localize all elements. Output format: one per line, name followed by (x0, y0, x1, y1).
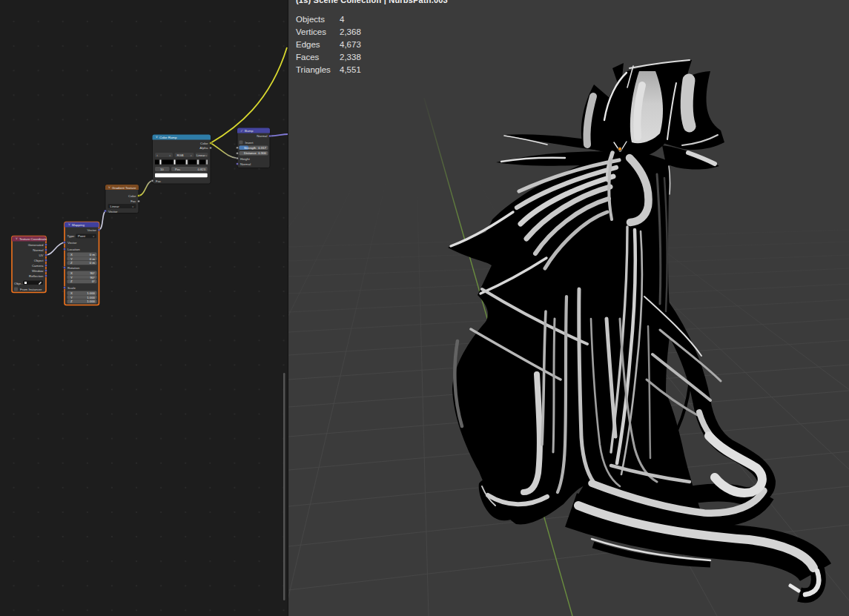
svg-text:Height: Height (240, 157, 250, 161)
svg-text:Color Ramp: Color Ramp (159, 136, 177, 139)
svg-text:90°: 90° (90, 276, 96, 279)
svg-text:0.317: 0.317 (258, 146, 266, 150)
svg-text:Distance: Distance (244, 151, 257, 155)
svg-text:Rotation: Rotation (67, 266, 80, 270)
svg-text:RGB: RGB (177, 153, 184, 157)
svg-text:˅: ˅ (108, 186, 110, 190)
svg-text:Y: Y (70, 257, 73, 261)
svg-text:Linear: Linear (196, 153, 205, 157)
svg-text:1.000: 1.000 (87, 299, 95, 303)
svg-text:˅: ˅ (16, 237, 18, 241)
svg-text:Obje...: Obje... (14, 282, 24, 285)
svg-text:Texture Coordinate: Texture Coordinate (19, 237, 47, 241)
svg-text:Vector: Vector (87, 228, 97, 232)
svg-text:Color: Color (200, 142, 208, 145)
svg-text:Y: Y (70, 276, 73, 279)
svg-text:1.000: 1.000 (87, 296, 95, 299)
svg-text:Type:: Type: (67, 234, 76, 238)
svg-text:0.823: 0.823 (198, 168, 206, 171)
svg-text:0 m: 0 m (90, 261, 96, 265)
svg-text:0 m: 0 m (90, 253, 96, 256)
svg-text:Generated: Generated (28, 243, 44, 247)
svg-text:˅: ˅ (156, 136, 158, 139)
svg-text:Z: Z (70, 299, 73, 303)
svg-text:0°: 0° (92, 279, 95, 283)
svg-text:X: X (70, 271, 73, 275)
svg-text:Scale: Scale (67, 286, 76, 290)
svg-text:Fac: Fac (131, 199, 136, 203)
svg-text:Normal: Normal (257, 134, 267, 138)
svg-text:Object: Object (34, 259, 44, 262)
svg-text:Vector: Vector (108, 210, 118, 213)
svg-text:˅: ˅ (68, 223, 70, 227)
svg-text:UV: UV (39, 254, 43, 257)
svg-text:1.000: 1.000 (87, 291, 95, 295)
svg-text:Fac: Fac (156, 179, 162, 183)
svg-text:Location: Location (67, 248, 80, 251)
svg-text:X: X (70, 253, 73, 256)
svg-text:From Instancer: From Instancer (20, 288, 42, 291)
svg-text:Alpha: Alpha (199, 146, 208, 150)
svg-text:0 m: 0 m (90, 257, 96, 261)
svg-text:Invert: Invert (245, 141, 254, 145)
svg-text:Camera: Camera (32, 264, 44, 268)
svg-text:Reflection: Reflection (29, 274, 44, 278)
svg-text:Mapping: Mapping (72, 223, 85, 227)
svg-text:90°: 90° (90, 271, 96, 275)
svg-text:Y: Y (70, 296, 73, 299)
svg-text:Z: Z (70, 261, 73, 265)
svg-text:Z: Z (70, 279, 73, 283)
svg-text:Point: Point (78, 234, 86, 238)
svg-text:Normal: Normal (240, 162, 251, 166)
svg-text:Vector: Vector (67, 241, 77, 245)
svg-text:Strength: Strength (244, 146, 257, 150)
svg-text:Bump: Bump (245, 129, 254, 133)
svg-text:10: 10 (160, 168, 164, 171)
svg-text:X: X (70, 291, 73, 295)
svg-text:Normal: Normal (33, 248, 43, 252)
svg-text:Color: Color (128, 194, 136, 198)
svg-text:Pos: Pos (175, 168, 180, 171)
svg-text:i: i (157, 153, 158, 157)
svg-text:Linear: Linear (110, 205, 120, 208)
svg-text:0.300: 0.300 (258, 151, 266, 155)
svg-text:Window: Window (32, 269, 44, 273)
svg-text:Gradient Texture: Gradient Texture (112, 186, 136, 190)
svg-text:✓: ✓ (240, 129, 243, 133)
